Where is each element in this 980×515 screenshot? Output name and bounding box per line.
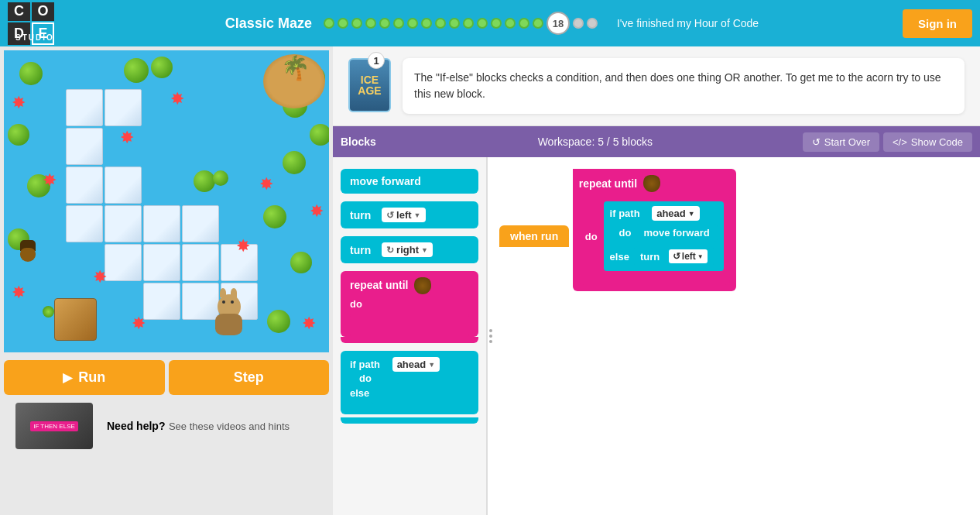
maze-tile — [66, 205, 103, 242]
repeat-until-block[interactable]: repeat until do if path ahead — [573, 169, 736, 291]
start-over-button[interactable]: ↺ Start Over — [803, 132, 879, 152]
if-path-label: if path — [350, 359, 380, 370]
turn-left-label: turn — [350, 209, 371, 221]
maze-tile — [66, 167, 103, 204]
show-code-icon: </> — [893, 136, 907, 148]
bush — [267, 310, 290, 333]
decoration: ✸ — [12, 93, 26, 113]
turn-right-label: turn — [350, 244, 371, 256]
workspace-toolbar: Blocks Workspace: 5 / 5 blocks ↺ Start O… — [333, 126, 980, 157]
move-forward-ws-block[interactable]: move forward — [636, 224, 717, 242]
player-character — [211, 294, 246, 337]
turn-ws-dropdown[interactable]: ↺ left — [669, 249, 708, 263]
start-over-icon: ↺ — [812, 136, 821, 148]
dot-12 — [477, 18, 488, 29]
right-panel: ICE AGE 1 The "If-else" blocks checks a … — [333, 46, 980, 515]
dot-5 — [379, 18, 390, 29]
if-block[interactable]: if path ahead do move forward else — [604, 201, 724, 271]
decoration: ✸ — [12, 283, 26, 303]
header-center: Classic Maze 18 I've finished my Hour of… — [81, 12, 903, 35]
if-path-dropdown[interactable]: ahead — [392, 357, 440, 372]
start-over-label: Start Over — [824, 136, 870, 148]
maze-tile — [105, 89, 142, 126]
workspace-panel: when run repeat until do if pat — [488, 157, 980, 515]
block-if-path[interactable]: if path ahead do else — [341, 351, 478, 424]
maze-tile — [143, 283, 180, 320]
workspace-label: Workspace: 5 / 5 blocks — [392, 136, 799, 148]
dot-7 — [407, 18, 418, 29]
dot-6 — [393, 18, 404, 29]
level-number: 1 — [368, 52, 385, 69]
if-header: if path ahead — [610, 206, 718, 221]
decoration: ✸ — [120, 128, 134, 148]
turn-ws-dir: left — [682, 251, 696, 262]
decoration: ✸ — [302, 314, 316, 334]
block-turn-left[interactable]: turn ↺ left — [341, 201, 478, 228]
when-run-block[interactable]: when run — [499, 225, 569, 247]
decoration: ✸ — [132, 314, 146, 334]
step-button[interactable]: Step — [169, 360, 330, 395]
maze-tile — [182, 205, 219, 242]
game-canvas: ✸ ✸ ✸ ✸ ✸ ✸ ✸ ✸ ✸ ✸ ✸ — [4, 50, 329, 352]
run-button[interactable]: Run — [4, 360, 165, 395]
turn-right-dropdown[interactable]: ↻ right — [382, 242, 433, 257]
repeat-until-label: repeat until — [350, 279, 408, 291]
maze-title: Classic Maze — [225, 15, 312, 32]
dot-14 — [505, 18, 516, 29]
logo-o: O — [32, 2, 54, 22]
workspace-program: when run repeat until do if pat — [499, 169, 736, 291]
block-move-forward[interactable]: move forward — [341, 169, 478, 194]
logo-studio: STUDIO — [15, 33, 54, 42]
mascot-area: ICE AGE 1 — [348, 58, 391, 112]
turn-ws-block[interactable]: turn ↺ left — [634, 246, 714, 266]
maze-tile — [182, 244, 219, 281]
bush — [194, 170, 215, 192]
show-code-button[interactable]: </> Show Code — [883, 132, 972, 152]
maze-tile — [105, 205, 142, 242]
turn-left-dropdown[interactable]: ↺ left — [382, 208, 425, 222]
bush — [8, 124, 29, 146]
maze-tile — [143, 244, 180, 281]
video-thumbnail[interactable]: IF THEN ELSE — [15, 403, 93, 449]
help-section: IF THEN ELSE Need help? See these videos… — [0, 399, 333, 453]
dot-16 — [533, 18, 543, 29]
dot-10 — [449, 18, 460, 29]
decoration: ✸ — [170, 89, 184, 109]
maze-tile — [105, 167, 142, 204]
repeat-until-header: repeat until — [579, 175, 730, 192]
video-label: IF THEN ELSE — [30, 421, 78, 431]
acorn-goal — [18, 240, 37, 263]
blocks-tab[interactable]: Blocks — [341, 136, 376, 148]
dot-1 — [324, 18, 334, 29]
decoration: ✸ — [93, 267, 107, 287]
dot-15 — [519, 18, 529, 29]
ice-age-letters: ICE — [361, 74, 379, 85]
if-do-label: do — [359, 373, 372, 384]
sign-in-button[interactable]: Sign in — [903, 9, 972, 38]
main-layout: ✸ ✸ ✸ ✸ ✸ ✸ ✸ ✸ ✸ ✸ ✸ — [0, 46, 980, 515]
dot-9 — [435, 18, 446, 29]
block-repeat-until[interactable]: repeat until do — [341, 271, 478, 343]
if-do-inner-label: do — [619, 227, 632, 239]
maze-tile — [66, 128, 103, 165]
acorn-symbol — [643, 175, 660, 192]
if-path-ws-dropdown[interactable]: ahead — [652, 206, 700, 221]
block-turn-right[interactable]: turn ↻ right — [341, 236, 478, 263]
dot-current: 18 — [547, 12, 570, 35]
help-bold: Need help? — [107, 420, 165, 432]
else-row: else turn ↺ left — [610, 246, 718, 266]
help-text: See these videos and hints — [169, 421, 290, 432]
bush — [19, 62, 43, 85]
dot-11 — [463, 18, 474, 29]
repeat-bottom-bar — [579, 279, 730, 285]
repeat-block-body — [350, 314, 469, 337]
dot-18 — [573, 18, 584, 29]
do-label: do — [585, 231, 598, 242]
show-code-label: Show Code — [911, 136, 963, 148]
logo-c: C — [8, 2, 30, 22]
blocks-workspace: move forward turn ↺ left turn ↻ right — [333, 157, 980, 515]
turn-left-dir: left — [396, 209, 412, 221]
rotate-right-icon: ↻ — [386, 245, 394, 256]
turn-ws-rotate-icon: ↺ — [673, 251, 680, 262]
decoration: ✸ — [236, 236, 250, 256]
